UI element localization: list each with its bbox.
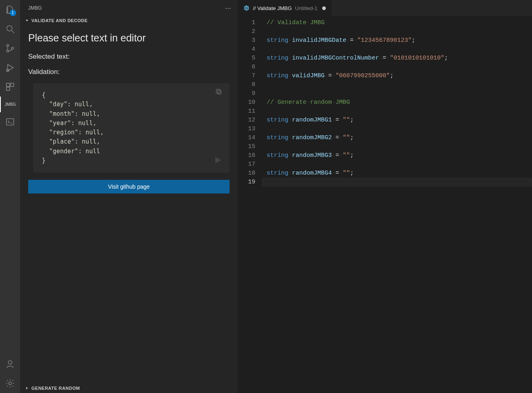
section-validate-decode[interactable]: VALIDATE AND DECODE xyxy=(20,16,238,25)
code-editor[interactable]: 12345678910111213141516171819 //·Validat… xyxy=(238,16,532,393)
dirty-indicator-icon xyxy=(322,6,326,10)
code-line[interactable] xyxy=(262,160,532,169)
svg-rect-14 xyxy=(217,91,221,94)
selected-text-label: Selected text: xyxy=(28,53,230,61)
code-line[interactable]: //·Validate·JMBG xyxy=(262,19,532,27)
validate-section-body: Please select text in editor Selected te… xyxy=(20,25,238,383)
source-control-icon[interactable] xyxy=(0,39,20,58)
code-line[interactable] xyxy=(262,27,532,36)
validation-json-block: { "day": null, "month": null, "year": nu… xyxy=(33,83,230,173)
gear-icon[interactable] xyxy=(0,374,20,393)
svg-point-2 xyxy=(6,45,8,47)
svg-text:C#: C# xyxy=(245,7,248,10)
panel-title: JMBG xyxy=(28,5,42,11)
svg-marker-16 xyxy=(215,157,221,164)
code-line[interactable] xyxy=(262,63,532,72)
section-heading-label: VALIDATE AND DECODE xyxy=(31,18,87,23)
more-actions-icon[interactable]: ··· xyxy=(225,4,231,12)
code-line[interactable] xyxy=(262,125,532,134)
svg-line-1 xyxy=(12,31,14,33)
svg-point-0 xyxy=(7,26,12,31)
chevron-down-icon xyxy=(24,18,30,23)
tab-suffix: Untitled-1 xyxy=(295,5,318,11)
code-line[interactable]: string·randomJMBG4·=·""; xyxy=(262,169,532,178)
editor-tab[interactable]: C# // Validate JMBG Untitled-1 xyxy=(238,0,332,16)
csharp-lang-icon: C# xyxy=(243,5,250,11)
svg-rect-8 xyxy=(10,83,14,86)
svg-point-4 xyxy=(11,47,13,49)
code-line[interactable] xyxy=(262,142,532,151)
code-line[interactable]: string·invalidJMBGDate·=·"1234567890123"… xyxy=(262,36,532,45)
side-panel: JMBG ··· VALIDATE AND DECODE Please sele… xyxy=(20,0,238,393)
code-line[interactable]: string·randomJMBG1·=·""; xyxy=(262,116,532,125)
code-line[interactable] xyxy=(262,45,532,54)
tab-name: // Validate JMBG xyxy=(253,5,292,11)
svg-rect-9 xyxy=(6,87,10,91)
code-line[interactable]: string·validJMBG·=·"0607990255000"; xyxy=(262,72,532,80)
svg-point-12 xyxy=(8,361,12,364)
code-line[interactable] xyxy=(262,178,532,187)
account-icon[interactable] xyxy=(0,354,20,374)
search-icon[interactable] xyxy=(0,19,20,39)
validation-json-text: { "day": null, "month": null, "year": nu… xyxy=(42,91,221,165)
headline: Please select text in editor xyxy=(28,32,230,44)
code-line[interactable] xyxy=(262,89,532,98)
svg-rect-7 xyxy=(6,83,10,86)
side-panel-header: JMBG ··· xyxy=(20,0,238,16)
code-line[interactable]: //·Generate·random·JMBG xyxy=(262,98,532,107)
copy-icon[interactable] xyxy=(215,88,222,99)
jmbg-view[interactable]: JMBG xyxy=(0,97,20,112)
svg-point-13 xyxy=(8,382,11,385)
explorer-icon[interactable]: 1 xyxy=(0,0,20,19)
svg-point-3 xyxy=(6,50,8,52)
run-debug-icon[interactable] xyxy=(0,58,20,77)
extensions-icon[interactable] xyxy=(0,77,20,97)
code-line[interactable]: string·randomJMBG3·=·""; xyxy=(262,151,532,160)
chevron-right-icon xyxy=(24,385,30,391)
terminal-icon[interactable] xyxy=(0,112,20,132)
validation-label: Validation: xyxy=(28,68,230,76)
code-line[interactable] xyxy=(262,107,532,116)
code-line[interactable]: string·invalidJMBGControlNumber·=·"01010… xyxy=(262,54,532,63)
run-icon[interactable] xyxy=(213,156,222,168)
editor-tabs: C# // Validate JMBG Untitled-1 xyxy=(238,0,532,16)
section-heading-label: GENERATE RANDOM xyxy=(31,386,80,391)
visit-github-button[interactable]: Visit github page xyxy=(28,180,230,193)
activity-bar: 1 JMBG xyxy=(0,0,20,393)
editor-area: C# // Validate JMBG Untitled-1 123456789… xyxy=(238,0,532,393)
explorer-badge: 1 xyxy=(10,10,16,16)
line-number-gutter: 12345678910111213141516171819 xyxy=(238,19,262,393)
code-content[interactable]: //·Validate·JMBG string·invalidJMBGDate·… xyxy=(262,19,532,393)
section-generate-random[interactable]: GENERATE RANDOM xyxy=(20,383,238,393)
code-line[interactable] xyxy=(262,80,532,89)
svg-rect-10 xyxy=(6,119,14,125)
code-line[interactable]: string·randomJMBG2·=·""; xyxy=(262,134,532,142)
svg-rect-15 xyxy=(216,89,220,93)
